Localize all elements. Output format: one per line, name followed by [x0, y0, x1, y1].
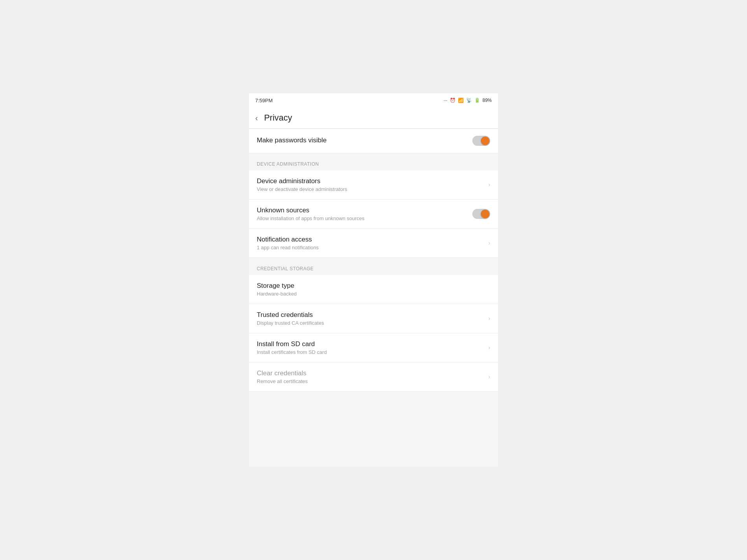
unknown-sources-toggle-wrapper[interactable] [472, 209, 490, 219]
storage-type-item: Storage type Hardware-backed [249, 275, 498, 304]
device-administrators-title: Device administrators [257, 177, 488, 185]
install-from-sd-card-text: Install from SD card Install certificate… [257, 340, 488, 355]
clear-credentials-subtitle: Remove all certificates [257, 378, 488, 384]
trusted-credentials-subtitle: Display trusted CA certificates [257, 320, 488, 326]
unknown-sources-text: Unknown sources Allow installation of ap… [257, 206, 472, 221]
status-icons: ··· ⏰ 📶 📡 🔋 89% [444, 98, 492, 103]
device-administrators-text: Device administrators View or deactivate… [257, 177, 488, 192]
notification-access-text: Notification access 1 app can read notif… [257, 236, 488, 250]
storage-type-title: Storage type [257, 282, 490, 290]
unknown-sources-subtitle: Allow installation of apps from unknown … [257, 215, 472, 221]
make-passwords-visible-toggle[interactable] [472, 136, 490, 146]
trusted-credentials-title: Trusted credentials [257, 311, 488, 319]
battery-icon: 🔋 [474, 98, 480, 103]
back-button[interactable]: ‹ [255, 114, 258, 122]
unknown-sources-toggle-knob [481, 210, 489, 218]
unknown-sources-item[interactable]: Unknown sources Allow installation of ap… [249, 200, 498, 229]
clear-credentials-chevron: › [488, 373, 490, 380]
phone-container: 7:59PM ··· ⏰ 📶 📡 🔋 89% ‹ Privacy Make pa… [249, 93, 498, 467]
trusted-credentials-text: Trusted credentials Display trusted CA c… [257, 311, 488, 326]
alarm-icon: ⏰ [450, 98, 456, 103]
page-header: ‹ Privacy [249, 107, 498, 129]
device-administrators-item[interactable]: Device administrators View or deactivate… [249, 170, 498, 200]
device-administration-label: DEVICE ADMINISTRATION [257, 161, 319, 167]
page-title: Privacy [264, 113, 292, 123]
storage-type-text: Storage type Hardware-backed [257, 282, 490, 297]
trusted-credentials-chevron: › [488, 315, 490, 322]
trusted-credentials-item[interactable]: Trusted credentials Display trusted CA c… [249, 304, 498, 333]
install-from-sd-card-chevron: › [488, 344, 490, 351]
wifi-icon: 📶 [458, 98, 464, 103]
status-time: 7:59PM [255, 98, 273, 103]
status-bar: 7:59PM ··· ⏰ 📶 📡 🔋 89% [249, 93, 498, 107]
notification-access-title: Notification access [257, 236, 488, 243]
make-passwords-visible-toggle-wrapper[interactable] [472, 136, 490, 146]
install-from-sd-card-title: Install from SD card [257, 340, 488, 348]
notification-access-item[interactable]: Notification access 1 app can read notif… [249, 229, 498, 258]
clear-credentials-item[interactable]: Clear credentials Remove all certificate… [249, 362, 498, 392]
settings-content: Make passwords visible DEVICE ADMINISTRA… [249, 129, 498, 392]
clear-credentials-text: Clear credentials Remove all certificate… [257, 369, 488, 384]
install-from-sd-card-item[interactable]: Install from SD card Install certificate… [249, 333, 498, 362]
install-from-sd-card-subtitle: Install certificates from SD card [257, 349, 488, 355]
storage-type-subtitle: Hardware-backed [257, 291, 490, 297]
device-administrators-subtitle: View or deactivate device administrators [257, 186, 488, 192]
signal-icon: 📡 [466, 98, 472, 103]
make-passwords-visible-text: Make passwords visible [257, 136, 472, 145]
make-passwords-visible-title: Make passwords visible [257, 136, 472, 144]
credential-storage-header: CREDENTIAL STORAGE [249, 258, 498, 275]
notification-access-subtitle: 1 app can read notifications [257, 245, 488, 250]
device-administration-header: DEVICE ADMINISTRATION [249, 153, 498, 170]
toggle-knob [481, 136, 489, 145]
clear-credentials-title: Clear credentials [257, 369, 488, 377]
unknown-sources-title: Unknown sources [257, 206, 472, 214]
dots-icon: ··· [444, 98, 447, 103]
unknown-sources-toggle[interactable] [472, 209, 490, 219]
credential-storage-label: CREDENTIAL STORAGE [257, 266, 314, 271]
make-passwords-visible-item[interactable]: Make passwords visible [249, 129, 498, 153]
device-administrators-chevron: › [488, 181, 490, 188]
battery-percent: 89% [482, 98, 492, 103]
notification-access-chevron: › [488, 240, 490, 247]
